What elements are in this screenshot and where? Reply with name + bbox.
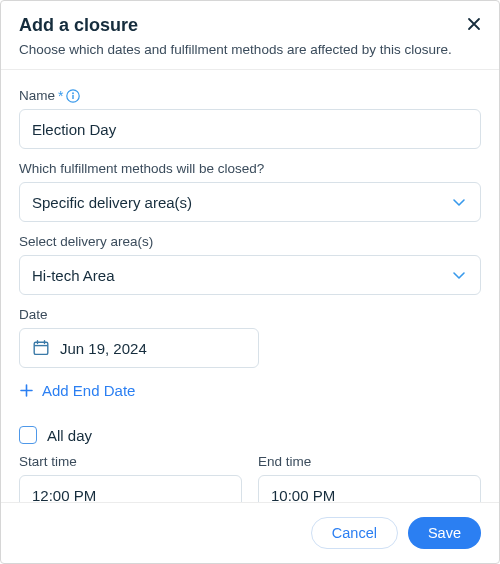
cancel-button[interactable]: Cancel [311, 517, 398, 549]
all-day-row: All day [19, 426, 481, 444]
date-field-group: Date Jun 19, 2024 Add End Date [19, 307, 481, 402]
calendar-icon [32, 339, 50, 357]
modal-body: Name * Election Day Which fulfillment me… [1, 70, 499, 502]
all-day-checkbox[interactable] [19, 426, 37, 444]
name-label: Name [19, 88, 55, 103]
areas-value: Hi-tech Area [32, 267, 115, 284]
chevron-down-icon [450, 193, 468, 211]
methods-label: Which fulfillment methods will be closed… [19, 161, 481, 176]
modal-header: Add a closure Choose which dates and ful… [1, 1, 499, 70]
date-picker[interactable]: Jun 19, 2024 [19, 328, 259, 368]
start-time-label: Start time [19, 454, 242, 469]
modal-subtitle: Choose which dates and fulfillment metho… [19, 42, 481, 57]
svg-point-1 [73, 92, 75, 94]
chevron-down-icon [450, 266, 468, 284]
name-value: Election Day [32, 121, 116, 138]
areas-field-group: Select delivery area(s) Hi-tech Area [19, 234, 481, 295]
modal-title: Add a closure [19, 15, 481, 36]
name-label-row: Name * [19, 88, 481, 103]
areas-select[interactable]: Hi-tech Area [19, 255, 481, 295]
end-time-value: 10:00 PM [271, 487, 335, 503]
date-value: Jun 19, 2024 [60, 340, 147, 357]
svg-rect-2 [73, 94, 74, 98]
start-time-col: Start time 12:00 PM [19, 454, 242, 502]
methods-field-group: Which fulfillment methods will be closed… [19, 161, 481, 222]
name-field-group: Name * Election Day [19, 88, 481, 149]
date-label: Date [19, 307, 481, 322]
close-button[interactable] [461, 11, 487, 37]
start-time-input[interactable]: 12:00 PM [19, 475, 242, 502]
close-icon [466, 16, 482, 32]
areas-label: Select delivery area(s) [19, 234, 481, 249]
end-time-col: End time 10:00 PM [258, 454, 481, 502]
plus-icon [19, 383, 34, 398]
required-indicator: * [58, 89, 63, 103]
name-input[interactable]: Election Day [19, 109, 481, 149]
time-row: Start time 12:00 PM End time 10:00 PM [19, 454, 481, 502]
end-time-label: End time [258, 454, 481, 469]
methods-value: Specific delivery area(s) [32, 194, 192, 211]
modal-footer: Cancel Save [1, 502, 499, 563]
add-end-date-label: Add End Date [42, 382, 135, 399]
all-day-label: All day [47, 427, 92, 444]
info-icon[interactable] [66, 89, 80, 103]
methods-select[interactable]: Specific delivery area(s) [19, 182, 481, 222]
svg-rect-3 [34, 342, 48, 354]
add-closure-modal: Add a closure Choose which dates and ful… [0, 0, 500, 564]
save-button[interactable]: Save [408, 517, 481, 549]
add-end-date-button[interactable]: Add End Date [19, 382, 135, 399]
end-time-input[interactable]: 10:00 PM [258, 475, 481, 502]
start-time-value: 12:00 PM [32, 487, 96, 503]
